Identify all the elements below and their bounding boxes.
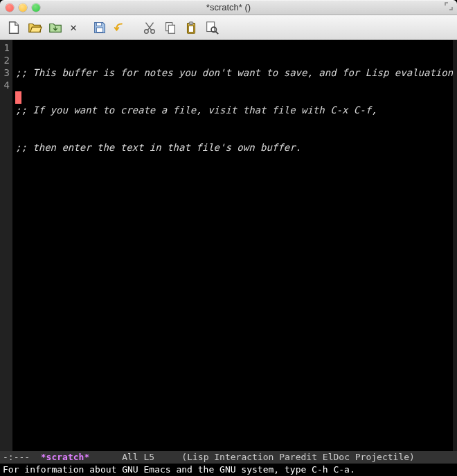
code-line: ;; then enter the text in that file's ow…: [15, 141, 457, 154]
scrollbar[interactable]: [453, 40, 457, 451]
modeline-modes: (Lisp Interaction Paredit ElDoc Projecti…: [181, 451, 415, 464]
editor-area[interactable]: 1 2 3 4 ;; This buffer is for notes you …: [0, 40, 457, 451]
modeline-status: -:---: [3, 451, 30, 464]
minibuffer-message: For information about GNU Emacs and the …: [3, 464, 355, 475]
minibuffer[interactable]: For information about GNU Emacs and the …: [0, 464, 457, 476]
new-file-button[interactable]: [4, 18, 24, 37]
line-number: 1: [1, 42, 10, 54]
minimize-window-button[interactable]: [19, 3, 27, 12]
line-number: 2: [1, 54, 10, 66]
modeline-position: All L5: [122, 451, 154, 464]
copy-button[interactable]: [161, 18, 180, 37]
titlebar: *scratch* (): [0, 0, 457, 15]
undo-button[interactable]: [111, 18, 130, 37]
svg-rect-0: [96, 22, 101, 26]
code-line: [15, 178, 457, 191]
code-line: ;; If you want to create a file, visit t…: [15, 104, 457, 116]
toolbar: ✕: [0, 15, 457, 40]
save-as-button[interactable]: [90, 18, 109, 37]
search-button[interactable]: [202, 18, 222, 37]
close-window-button[interactable]: [6, 3, 14, 12]
text-content[interactable]: ;; This buffer is for notes you don't wa…: [12, 40, 457, 451]
svg-rect-8: [188, 26, 193, 32]
zoom-window-button[interactable]: [32, 3, 40, 12]
line-number-gutter: 1 2 3 4: [0, 40, 12, 451]
paste-button[interactable]: [181, 18, 201, 37]
window-title: *scratch* (): [0, 2, 457, 12]
save-file-button[interactable]: [46, 18, 65, 37]
line-number: 4: [1, 79, 10, 91]
close-buffer-button[interactable]: ✕: [66, 21, 80, 34]
fullscreen-icon[interactable]: [445, 2, 453, 12]
svg-rect-5: [168, 25, 174, 33]
svg-rect-7: [189, 21, 193, 24]
line-number: 3: [1, 66, 10, 79]
open-file-button[interactable]: [25, 18, 44, 37]
cursor: [15, 91, 21, 104]
svg-rect-1: [96, 28, 102, 32]
code-line: ;; This buffer is for notes you don't wa…: [15, 66, 457, 79]
cut-button[interactable]: [140, 18, 159, 37]
modeline-buffer-name: *scratch*: [41, 451, 89, 464]
modeline[interactable]: -:--- *scratch* All L5 (Lisp Interaction…: [0, 451, 457, 464]
window-controls: [6, 3, 40, 12]
